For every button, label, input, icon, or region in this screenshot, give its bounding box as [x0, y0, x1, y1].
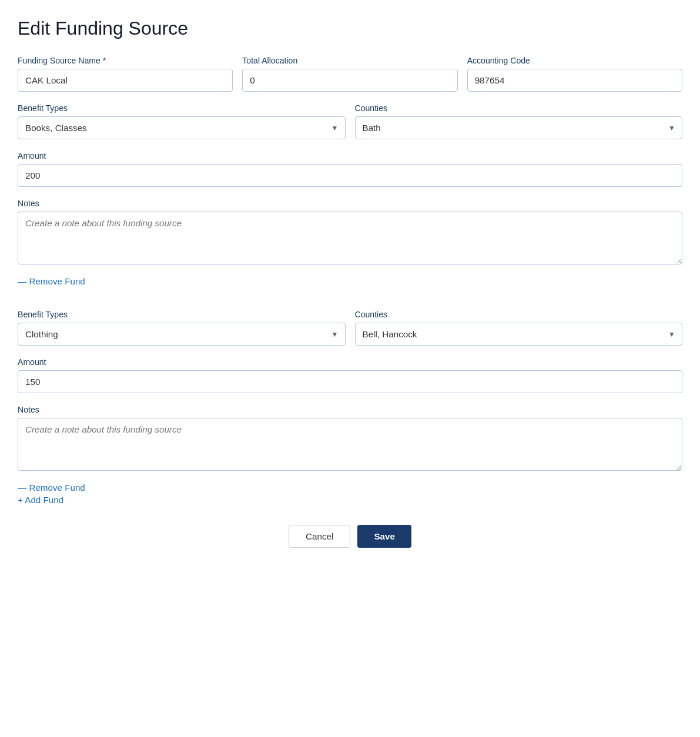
fund2-benefit-types-select[interactable]: Books, Classes Clothing Food Housing Med… [18, 323, 346, 346]
fund2-notes-label: Notes [18, 405, 682, 414]
fund2-counties-label: Counties [355, 310, 683, 319]
funding-source-name-label: Funding Source Name * [18, 56, 233, 65]
fund2-remove-fund-link[interactable]: — Remove Fund [18, 483, 682, 493]
total-allocation-label: Total Allocation [242, 56, 457, 65]
fund1-amount-label: Amount [18, 151, 682, 160]
fund1-amount-input[interactable] [18, 164, 682, 187]
fund1-remove-fund-link[interactable]: — Remove Fund [18, 276, 85, 286]
accounting-code-label: Accounting Code [467, 56, 682, 65]
fund1-counties-select[interactable]: Bath Bell, Hancock Fayette Jefferson Kno… [355, 116, 683, 139]
total-allocation-input[interactable] [242, 69, 457, 92]
funding-source-name-input[interactable] [18, 69, 233, 92]
fund1-notes-label: Notes [18, 199, 682, 208]
fund1-benefit-types-select[interactable]: Books, Classes Clothing Food Housing Med… [18, 116, 346, 139]
save-button[interactable]: Save [357, 525, 411, 548]
page-title: Edit Funding Source [18, 18, 682, 39]
cancel-button[interactable]: Cancel [289, 525, 350, 548]
fund2-amount-label: Amount [18, 357, 682, 367]
fund2-benefit-types-label: Benefit Types [18, 310, 346, 319]
fund1-notes-textarea[interactable] [18, 212, 682, 264]
fund1-counties-label: Counties [355, 103, 683, 113]
fund2-counties-select[interactable]: Bath Bell, Hancock Fayette Jefferson Kno… [355, 323, 683, 346]
fund2-notes-textarea[interactable] [18, 418, 682, 471]
accounting-code-input[interactable] [467, 69, 682, 92]
add-fund-link[interactable]: + Add Fund [18, 495, 63, 505]
fund1-benefit-types-label: Benefit Types [18, 103, 346, 113]
fund2-amount-input[interactable] [18, 370, 682, 393]
